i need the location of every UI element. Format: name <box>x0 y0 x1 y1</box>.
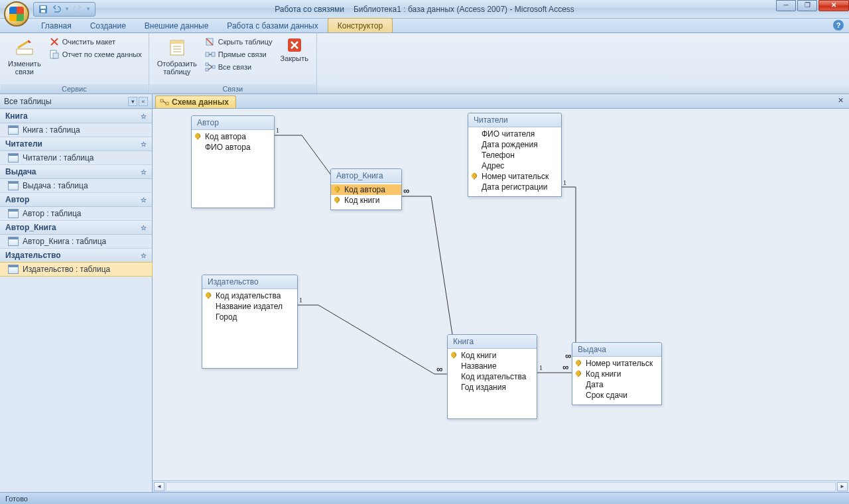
svg-rect-11 <box>206 63 208 66</box>
nav-header[interactable]: Все таблицы ▾« <box>0 94 152 109</box>
horizontal-scrollbar[interactable]: ◄ ► <box>153 480 849 492</box>
tab-create[interactable]: Создание <box>81 19 135 32</box>
clear-layout-icon <box>49 36 60 47</box>
window-title: Работа со связями Библиотека1 : база дан… <box>275 5 574 14</box>
nav-group-header[interactable]: Читатели☆ <box>0 137 152 151</box>
table-field[interactable]: Код издательства <box>202 290 297 301</box>
svg-rect-3 <box>17 49 33 54</box>
close-button[interactable]: ✕ <box>818 0 849 11</box>
table-field[interactable]: Код книги <box>572 369 661 379</box>
nav-group-header[interactable]: Книга☆ <box>0 109 152 123</box>
edit-rel-label: Изменить связи <box>8 60 41 76</box>
table-field[interactable]: ФИО читателя <box>468 129 561 139</box>
tab-design[interactable]: Конструктор <box>328 18 393 32</box>
svg-text:∞: ∞ <box>436 364 442 374</box>
qat-customize-icon[interactable]: ▼ <box>86 6 91 12</box>
minimize-button[interactable]: ─ <box>776 0 796 11</box>
table-chitateli[interactable]: Читатели ФИО читателяДата рожденияТелефо… <box>468 113 562 197</box>
nav-group-header[interactable]: Издательство☆ <box>0 248 152 263</box>
nav-group-header[interactable]: Автор_Книга☆ <box>0 220 152 235</box>
scroll-track[interactable] <box>166 482 836 491</box>
table-izdat[interactable]: Издательство Код издательстваНазвание из… <box>202 275 298 369</box>
clear-layout-button[interactable]: Очистить макет <box>46 36 145 48</box>
close-relations-button[interactable]: Закрыть <box>277 36 312 64</box>
table-header: Автор_Книга <box>331 169 401 183</box>
table-header: Книга <box>448 335 537 349</box>
tab-schema[interactable]: Схема данных <box>155 95 236 108</box>
table-icon <box>8 153 19 162</box>
svg-rect-9 <box>206 52 209 56</box>
svg-text:1: 1 <box>299 296 302 304</box>
table-avtor[interactable]: Автор Код автораФИО автора <box>191 115 275 208</box>
window-controls: ─ ❐ ✕ <box>775 0 849 11</box>
table-field[interactable]: ФИО автора <box>192 142 274 153</box>
hide-table-button[interactable]: Скрыть таблицу <box>202 36 275 48</box>
scroll-left-icon[interactable]: ◄ <box>154 482 164 491</box>
nav-collapse-icon[interactable]: « <box>139 97 148 106</box>
nav-group-header[interactable]: Автор☆ <box>0 192 152 207</box>
table-field[interactable]: Дата рождения <box>468 139 561 150</box>
document-close-button[interactable]: ✕ <box>836 96 845 105</box>
relationship-report-button[interactable]: Отчет по схеме данных <box>46 48 145 60</box>
office-button[interactable] <box>4 1 29 27</box>
table-field[interactable]: Город <box>202 312 297 322</box>
svg-rect-10 <box>212 52 215 56</box>
scroll-right-icon[interactable]: ► <box>837 482 848 491</box>
tab-home[interactable]: Главная <box>32 19 81 32</box>
table-field[interactable]: Код автора <box>331 184 401 195</box>
close-icon <box>287 37 302 53</box>
table-header: Выдача <box>572 343 661 357</box>
undo-icon[interactable] <box>51 4 62 15</box>
table-field[interactable]: Дата регистрации <box>468 182 561 192</box>
status-bar: Готово <box>0 492 849 504</box>
maximize-button[interactable]: ❐ <box>797 0 817 11</box>
table-field[interactable]: Год издания <box>448 382 537 393</box>
svg-text:1: 1 <box>539 364 543 371</box>
relationship-canvas[interactable]: 1∞ ∞1 1∞ 1∞ 1∞ Автор Код автораФИО автор… <box>153 109 849 480</box>
redo-icon[interactable] <box>72 4 83 15</box>
table-icon <box>8 181 19 190</box>
nav-group-header[interactable]: Выдача☆ <box>0 164 152 179</box>
table-field[interactable]: Код книги <box>448 350 537 361</box>
svg-text:∞: ∞ <box>403 186 409 196</box>
svg-rect-5 <box>53 53 58 58</box>
table-kniga[interactable]: Книга Код книгиНазваниеКод издательстваГ… <box>447 334 537 419</box>
table-field[interactable]: Название издател <box>202 301 297 312</box>
nav-item[interactable]: Автор : таблица <box>0 207 152 220</box>
tab-external-data[interactable]: Внешние данные <box>135 19 218 32</box>
table-field[interactable]: Код издательства <box>448 371 537 382</box>
table-field[interactable]: Телефон <box>468 150 561 160</box>
table-avtor-kniga[interactable]: Автор_Книга Код автораКод книги <box>330 168 402 210</box>
ribbon: Изменить связи Очистить макет Отчет по с… <box>0 33 849 94</box>
undo-dropdown-icon[interactable]: ▼ <box>64 6 70 12</box>
table-field[interactable]: Дата <box>572 379 661 390</box>
table-field[interactable]: Номер читательск <box>468 171 561 182</box>
document-tabs: Схема данных ✕ <box>153 94 849 109</box>
direct-relations-button[interactable]: Прямые связи <box>202 48 275 60</box>
nav-item[interactable]: Автор_Книга : таблица <box>0 235 152 248</box>
table-field[interactable]: Срок сдачи <box>572 390 661 401</box>
help-icon[interactable]: ? <box>833 20 844 31</box>
all-relations-button[interactable]: Все связи <box>202 61 275 73</box>
tab-database-tools[interactable]: Работа с базами данных <box>218 19 327 32</box>
table-field[interactable]: Номер читательск <box>572 358 661 369</box>
table-header: Читатели <box>468 113 561 127</box>
window-titlebar: ▼ ▼ Работа со связями Библиотека1 : база… <box>0 0 849 19</box>
edit-relationships-button[interactable]: Изменить связи <box>4 36 45 77</box>
show-table-button[interactable]: Отобразить таблицу <box>153 36 201 77</box>
nav-dropdown-icon[interactable]: ▾ <box>128 97 137 106</box>
nav-item[interactable]: Книга : таблица <box>0 123 152 137</box>
save-icon[interactable] <box>38 4 48 15</box>
nav-item[interactable]: Издательство : таблица <box>0 263 152 276</box>
table-field[interactable]: Код автора <box>192 131 274 142</box>
svg-text:∞: ∞ <box>565 351 571 361</box>
nav-item[interactable]: Выдача : таблица <box>0 179 152 192</box>
ribbon-group-service: Изменить связи Очистить макет Отчет по с… <box>0 33 149 94</box>
table-field[interactable]: Название <box>448 361 537 371</box>
nav-item[interactable]: Читатели : таблица <box>0 151 152 164</box>
table-field[interactable]: Код книги <box>331 195 401 206</box>
table-field[interactable]: Адрес <box>468 160 561 171</box>
quick-access-toolbar: ▼ ▼ <box>33 2 96 17</box>
table-vydacha[interactable]: Выдача Номер читательскКод книгиДатаСрок… <box>572 342 662 405</box>
table-icon <box>8 265 19 274</box>
